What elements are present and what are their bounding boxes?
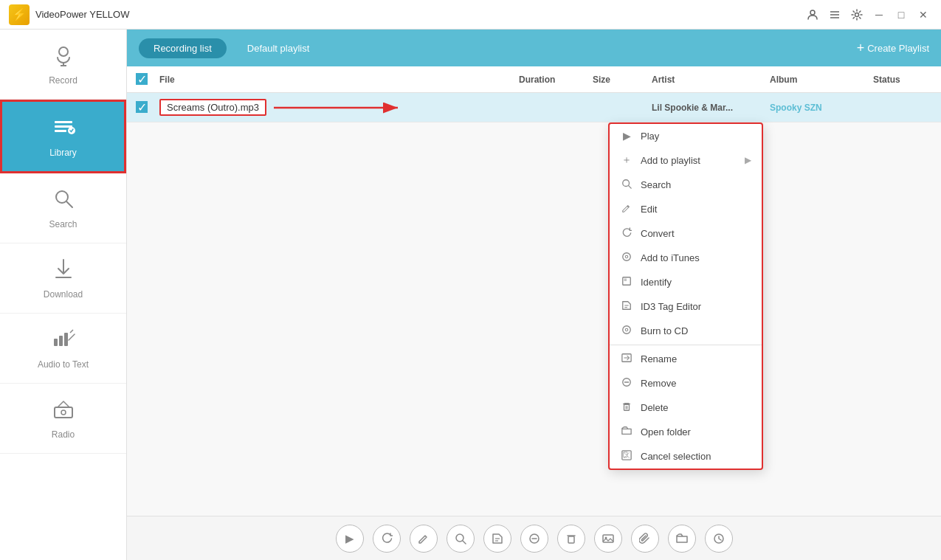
sidebar-item-record[interactable]: Record	[0, 30, 126, 100]
menu-item-id3-tag[interactable]: ID3 Tag Editor	[610, 294, 762, 319]
radio-icon	[52, 397, 75, 426]
bottom-toolbar: ▶	[127, 516, 941, 560]
app-logo: ⚡	[9, 4, 30, 25]
download-label: Download	[44, 289, 83, 300]
table-row[interactable]: ✓ Screams (Outro).mp3	[127, 93, 941, 122]
identify-menu-icon	[620, 276, 633, 288]
user-icon-btn[interactable]	[804, 6, 821, 24]
menu-item-convert[interactable]: Convert	[610, 221, 762, 246]
list-icon-btn[interactable]	[826, 6, 844, 24]
row-checkbox[interactable]: ✓	[136, 101, 148, 113]
menu-search-label: Search	[641, 179, 671, 190]
svg-rect-20	[55, 407, 72, 418]
svg-point-26	[623, 253, 631, 261]
svg-line-13	[66, 201, 72, 207]
id3-menu-icon	[620, 300, 633, 313]
menu-delete-label: Delete	[641, 402, 669, 413]
header-album: Album	[770, 75, 873, 85]
sidebar-item-download[interactable]: Download	[0, 243, 126, 314]
app-title: VideoPower YELLOW	[35, 9, 804, 20]
table-header: ✓ File Duration Size Artist Album Status	[127, 66, 941, 93]
maximize-btn[interactable]: □	[892, 6, 910, 24]
svg-rect-18	[64, 333, 68, 346]
menu-item-burn-to-cd[interactable]: Burn to CD	[610, 319, 762, 343]
remove-menu-icon	[620, 377, 633, 390]
record-label: Record	[49, 75, 77, 86]
record-icon	[52, 43, 75, 72]
svg-rect-9	[55, 125, 72, 128]
sidebar-item-radio[interactable]: Radio	[0, 384, 126, 454]
sidebar: Record Library Search	[0, 30, 127, 560]
tab-default-playlist[interactable]: Default playlist	[232, 38, 325, 58]
convert-menu-icon	[620, 227, 633, 240]
svg-point-32	[623, 326, 631, 334]
menu-item-add-to-itunes[interactable]: Add to iTunes	[610, 246, 762, 270]
select-all-checkbox[interactable]: ✓	[136, 73, 148, 85]
sidebar-item-audio-to-text[interactable]: Audio to Text	[0, 314, 126, 384]
window-controls: ─ □ ✕	[804, 6, 932, 24]
menu-item-remove[interactable]: Remove	[610, 371, 762, 395]
svg-rect-8	[55, 121, 72, 123]
menu-id3-label: ID3 Tag Editor	[641, 301, 701, 312]
context-menu: ▶ Play ＋ Add to playlist ▶ Search	[608, 122, 763, 470]
menu-item-open-folder[interactable]: Open folder	[610, 420, 762, 444]
toolbar-identify-btn[interactable]	[447, 525, 475, 553]
menu-item-delete[interactable]: Delete	[610, 395, 762, 420]
header-file: File	[159, 75, 519, 85]
menu-divider-1	[610, 345, 762, 345]
close-btn[interactable]: ✕	[914, 6, 932, 24]
content-area: Recording list Default playlist + Create…	[127, 30, 941, 560]
menu-item-cancel-selection[interactable]: Cancel selection	[610, 444, 762, 469]
arrow-indicator	[274, 99, 519, 117]
toolbar-history-btn[interactable]	[705, 525, 733, 553]
menu-item-identify[interactable]: Identify	[610, 270, 762, 294]
svg-point-33	[625, 328, 628, 331]
toolbar-play-btn[interactable]: ▶	[336, 525, 364, 553]
toolbar-image-btn[interactable]	[594, 525, 622, 553]
audio-to-text-icon	[52, 327, 75, 356]
menu-item-play[interactable]: ▶ Play	[610, 124, 762, 148]
delete-menu-icon	[620, 401, 633, 414]
header-artist: Artist	[652, 75, 770, 85]
svg-point-0	[810, 10, 815, 15]
svg-rect-38	[624, 404, 630, 410]
edit-menu-icon	[620, 203, 633, 215]
svg-line-25	[629, 186, 632, 189]
svg-point-27	[625, 255, 628, 258]
itunes-menu-icon	[620, 252, 633, 264]
title-bar: ⚡ VideoPower YELLOW ─ □ ✕	[0, 0, 941, 30]
toolbar-convert-btn[interactable]	[373, 525, 401, 553]
create-playlist-btn[interactable]: + Create Playlist	[857, 41, 929, 56]
menu-rename-label: Rename	[641, 353, 677, 364]
settings-icon-btn[interactable]	[848, 6, 866, 24]
toolbar-remove-btn[interactable]	[520, 525, 548, 553]
tab-recording-list[interactable]: Recording list	[139, 38, 227, 58]
header-status: Status	[873, 75, 932, 85]
svg-point-4	[855, 13, 859, 16]
toolbar-edit-btn[interactable]	[410, 525, 438, 553]
toolbar-attach-btn[interactable]	[631, 525, 659, 553]
menu-item-search[interactable]: Search	[610, 173, 762, 197]
menu-item-rename[interactable]: Rename	[610, 347, 762, 371]
file-name: Screams (Outro).mp3	[159, 99, 266, 116]
search-icon	[52, 187, 75, 215]
svg-rect-49	[568, 536, 574, 543]
menu-play-label: Play	[641, 131, 659, 142]
svg-line-44	[463, 541, 466, 544]
row-artist: Lil Spookie & Mar...	[652, 103, 770, 113]
row-album: Spooky SZN	[770, 103, 873, 113]
svg-rect-17	[59, 336, 63, 346]
svg-rect-10	[55, 130, 66, 132]
toolbar-folder-btn[interactable]	[668, 525, 696, 553]
radio-label: Radio	[52, 429, 75, 440]
menu-item-edit[interactable]: Edit	[610, 197, 762, 221]
rename-menu-icon	[620, 353, 633, 365]
sidebar-item-library[interactable]: Library	[0, 100, 126, 173]
menu-item-add-to-playlist[interactable]: ＋ Add to playlist ▶	[610, 148, 762, 173]
svg-line-19	[69, 334, 75, 340]
header-size: Size	[593, 75, 652, 85]
toolbar-id3-btn[interactable]	[483, 525, 511, 553]
sidebar-item-search[interactable]: Search	[0, 173, 126, 243]
toolbar-delete-btn[interactable]	[557, 525, 585, 553]
minimize-btn[interactable]: ─	[870, 6, 888, 24]
